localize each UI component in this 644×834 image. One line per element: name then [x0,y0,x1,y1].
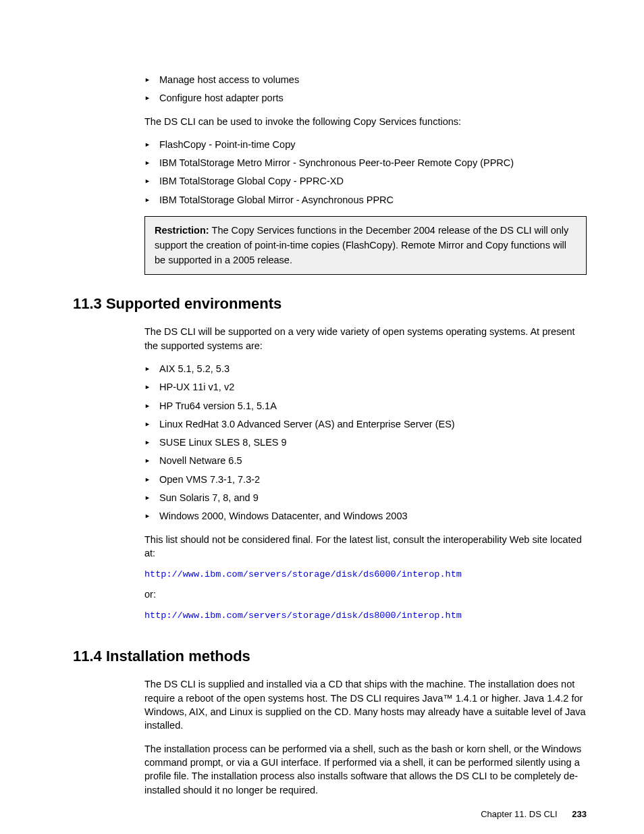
list-item: IBM TotalStorage Global Copy - PPRC-XD [144,174,587,188]
list-item: HP-UX 11i v1, v2 [144,380,587,394]
section-heading-11-3: 11.3 Supported environments [73,295,587,313]
restriction-note-box: Restriction: The Copy Services functions… [144,216,587,275]
restriction-label: Restriction: [155,225,212,236]
list-item: Manage host access to volumes [144,73,587,86]
restriction-text: The Copy Services functions in the Decem… [155,225,568,265]
list-item: SUSE Linux SLES 8, SLES 9 [144,436,587,449]
list-item: FlashCopy - Point-in-time Copy [144,138,587,151]
chapter-label: Chapter 11. DS CLI [481,809,557,819]
section-11-3-intro: The DS CLI will be supported on a very w… [144,325,587,353]
copy-services-list: FlashCopy - Point-in-time Copy IBM Total… [144,138,587,207]
environments-list: AIX 5.1, 5.2, 5.3 HP-UX 11i v1, v2 HP Tr… [144,362,587,523]
section-11-4-para1: The DS CLI is supplied and installed via… [144,677,587,732]
list-item: AIX 5.1, 5.2, 5.3 [144,362,587,375]
or-text: or: [144,588,587,601]
page-footer: Chapter 11. DS CLI 233 [481,809,587,819]
page-number: 233 [572,809,587,819]
interop-link-ds6000[interactable]: http://www.ibm.com/servers/storage/disk/… [144,569,587,579]
list-item: Configure host adapter ports [144,91,587,105]
list-item: Windows 2000, Windows Datacenter, and Wi… [144,509,587,523]
list-item: Open VMS 7.3-1, 7.3-2 [144,473,587,486]
top-bullet-list: Manage host access to volumes Configure … [144,73,587,105]
interop-link-ds8000[interactable]: http://www.ibm.com/servers/storage/disk/… [144,610,587,621]
section-heading-11-4: 11.4 Installation methods [73,648,587,665]
list-item: Linux RedHat 3.0 Advanced Server (AS) an… [144,417,587,431]
interop-note: This list should not be considered final… [144,533,587,561]
intro-paragraph: The DS CLI can be used to invoke the fol… [144,115,587,128]
section-11-4-para2: The installation process can be performe… [144,742,587,797]
list-item: IBM TotalStorage Global Mirror - Asynchr… [144,193,587,207]
list-item: HP Tru64 version 5.1, 5.1A [144,399,587,413]
list-item: IBM TotalStorage Metro Mirror - Synchron… [144,156,587,170]
list-item: Novell Netware 6.5 [144,454,587,467]
list-item: Sun Solaris 7, 8, and 9 [144,491,587,504]
